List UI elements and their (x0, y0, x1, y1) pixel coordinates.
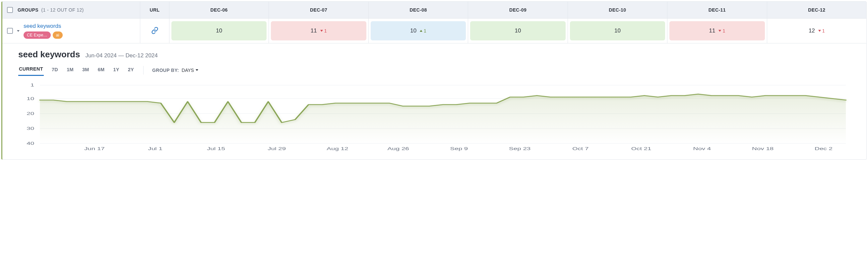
range-tab-3m[interactable]: 3M (82, 65, 90, 75)
rank-cell: 101 (371, 21, 466, 40)
svg-text:Aug 12: Aug 12 (327, 146, 348, 151)
column-url: URL (140, 2, 169, 18)
svg-text:Sep 23: Sep 23 (509, 146, 530, 151)
detail-title: seed keywords (18, 49, 80, 60)
tag-badges: CE Expe… ai (24, 32, 63, 39)
range-tab-current[interactable]: CURRENT (18, 64, 44, 76)
column-date[interactable]: DEC-09 (468, 2, 568, 18)
rank-value: 12 (809, 28, 815, 34)
group-by-value[interactable]: DAYS (182, 68, 198, 73)
delta: 1 (420, 28, 426, 33)
svg-text:10: 10 (27, 96, 34, 101)
rank-value: 11 (709, 28, 715, 34)
rank-chart: 110203040 Jun 17Jul 1Jul 15Jul 29Aug 12A… (18, 83, 850, 153)
rank-cell: 10 (570, 21, 665, 40)
cell-name: seed keywords CE Expe… ai (2, 19, 140, 43)
detail-date-range: Jun-04 2024 — Dec-12 2024 (85, 53, 157, 59)
range-tab-2y[interactable]: 2Y (127, 65, 134, 75)
triangle-down-icon (818, 30, 821, 32)
column-date[interactable]: DEC-12 (767, 2, 866, 18)
expand-toggle-icon[interactable] (17, 30, 20, 32)
svg-text:40: 40 (27, 141, 34, 146)
delta: 1 (718, 28, 725, 33)
range-tabs: CURRENT7D1M3M6M1Y2Y (18, 64, 134, 76)
column-date[interactable]: DEC-08 (369, 2, 468, 18)
triangle-down-icon (718, 30, 721, 32)
divider (143, 66, 144, 74)
group-by-label: GROUP BY: (152, 68, 179, 73)
group-by-control[interactable]: GROUP BY: DAYS (152, 68, 198, 73)
tag-badge[interactable]: ai (53, 32, 63, 39)
svg-text:30: 30 (27, 126, 34, 131)
groups-count: (1 - 12 OUT OF 12) (41, 7, 84, 12)
groups-label: GROUPS (18, 7, 38, 12)
rank-value: 11 (311, 28, 317, 34)
rank-value: 10 (515, 28, 521, 34)
rank-cell: 121 (769, 21, 864, 40)
tag-badge[interactable]: CE Expe… (24, 32, 51, 39)
svg-text:Aug 26: Aug 26 (387, 146, 409, 151)
svg-text:20: 20 (27, 111, 34, 116)
range-tab-1m[interactable]: 1M (66, 65, 74, 75)
delta: 1 (818, 28, 825, 33)
svg-text:Sep 9: Sep 9 (450, 146, 468, 151)
rank-value: 10 (216, 28, 222, 34)
column-groups: GROUPS (1 - 12 OUT OF 12) (2, 2, 140, 18)
svg-text:Nov 18: Nov 18 (752, 146, 774, 151)
column-date[interactable]: DEC-11 (668, 2, 767, 18)
svg-text:Nov 4: Nov 4 (693, 146, 711, 151)
cell-url (140, 19, 169, 43)
table-header: GROUPS (1 - 12 OUT OF 12) URL DEC-06 DEC… (2, 2, 866, 19)
svg-text:Jul 15: Jul 15 (207, 146, 225, 151)
rank-cell: 10 (172, 21, 267, 40)
svg-text:Oct 21: Oct 21 (631, 146, 651, 151)
column-date[interactable]: DEC-07 (269, 2, 368, 18)
svg-text:Oct 7: Oct 7 (572, 146, 589, 151)
svg-text:Dec 2: Dec 2 (815, 146, 833, 151)
select-all-checkbox[interactable] (7, 7, 13, 13)
rank-value: 10 (614, 28, 621, 34)
detail-panel: seed keywords Jun-04 2024 — Dec-12 2024 … (2, 43, 866, 159)
rank-value: 10 (410, 28, 416, 34)
row-checkbox[interactable] (7, 28, 13, 34)
rank-cell: 10 (470, 21, 565, 40)
range-tab-7d[interactable]: 7D (51, 65, 59, 75)
rank-cell: 111 (670, 21, 765, 40)
table-row: seed keywords CE Expe… ai 10 111 101 10 … (2, 19, 866, 43)
link-icon[interactable] (151, 27, 158, 35)
svg-text:Jun 17: Jun 17 (84, 146, 105, 151)
svg-text:1: 1 (31, 83, 34, 88)
column-date[interactable]: DEC-10 (568, 2, 668, 18)
rank-cell: 111 (271, 21, 366, 40)
triangle-down-icon (320, 30, 323, 32)
svg-text:Jul 29: Jul 29 (268, 146, 286, 151)
triangle-up-icon (420, 30, 423, 32)
keyword-link[interactable]: seed keywords (24, 23, 63, 30)
column-date[interactable]: DEC-06 (169, 2, 269, 18)
range-tab-6m[interactable]: 6M (97, 65, 105, 75)
svg-text:Jul 1: Jul 1 (148, 146, 162, 151)
range-tab-1y[interactable]: 1Y (113, 65, 120, 75)
chevron-down-icon (196, 69, 198, 71)
delta: 1 (320, 28, 327, 33)
